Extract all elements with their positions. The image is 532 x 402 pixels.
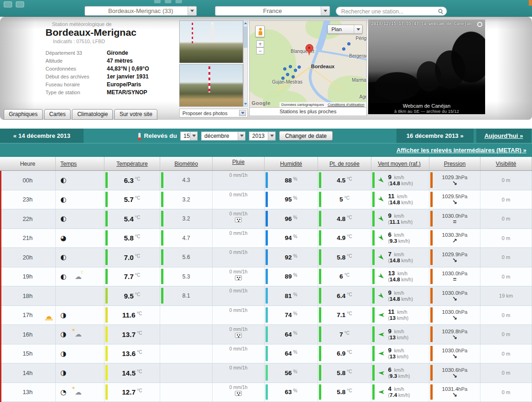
next-day-link[interactable]: 16 décembre 2013 » (396, 129, 474, 143)
chevron-down-icon[interactable] (188, 6, 196, 15)
map-type-button[interactable]: Plan (327, 25, 363, 34)
station-marker-icon[interactable] (289, 65, 292, 68)
station-marker-icon[interactable] (347, 42, 350, 45)
propose-photos-button[interactable]: Proposer des photos (179, 109, 248, 117)
rain-rate-value: 0 mm/1h (229, 308, 247, 313)
tab-sur-votre-site[interactable]: Sur votre site (114, 109, 157, 120)
country-select[interactable]: France (215, 6, 330, 16)
station-marker-icon[interactable] (298, 65, 301, 69)
change-date-button[interactable]: Changer de date (279, 131, 332, 141)
hour-cell[interactable]: 20h (0, 248, 56, 267)
hour-cell[interactable]: 00h (0, 171, 56, 190)
map[interactable]: + − Plan Google Données cartographiques … (249, 20, 367, 117)
hour-cell[interactable]: 22h (0, 209, 56, 229)
scroll-down-icon[interactable] (244, 102, 247, 106)
visibility-cell: 0 m (480, 209, 532, 229)
rain-gauge-icon[interactable] (235, 275, 242, 280)
chevron-down-icon[interactable] (321, 6, 330, 15)
hour-cell[interactable]: 13h (0, 383, 56, 402)
scrollbar-thumb[interactable] (244, 26, 247, 48)
rain-rate-value: 0 mm/1h (229, 365, 247, 370)
webcam-image[interactable]: 2013/12/15 17:55:47 la webcam de Canejan (368, 19, 485, 103)
humidity-cell: 96% (265, 209, 318, 229)
col-header-rosee[interactable]: Pt. de rosée (318, 157, 371, 170)
visibility-cell: 0 m (480, 363, 532, 383)
scroll-up-icon[interactable] (244, 21, 247, 26)
tab-graphiques[interactable]: Graphiques (4, 109, 43, 120)
topbar-icon[interactable] (4, 1, 12, 7)
col-header-temp[interactable]: Température (104, 157, 160, 170)
col-header-vis[interactable]: Visibilité (480, 157, 532, 170)
chevron-down-icon[interactable] (239, 110, 246, 116)
visibility-cell: 0 m (480, 325, 532, 344)
today-link[interactable]: Aujourd'hui » (476, 129, 531, 143)
search-input[interactable]: Rechercher une station... (336, 6, 447, 16)
pressure-value: 1030.6 (442, 367, 458, 373)
hour-cell[interactable]: 21h (0, 229, 56, 248)
wind-speed-unit: km/h (393, 233, 404, 238)
hour-cell[interactable]: 17h (0, 306, 56, 325)
map-canvas[interactable]: + − Plan Google Données cartographiques … (249, 20, 367, 108)
pegman-icon[interactable] (255, 26, 265, 37)
dewpoint-scale-bar (319, 211, 321, 227)
station-marker-icon[interactable] (342, 47, 345, 51)
station-photo[interactable] (179, 64, 243, 107)
station-select[interactable]: Bordeaux-Merignac (33) (84, 6, 197, 16)
rain-gauge-icon[interactable] (235, 333, 242, 338)
col-header-bio[interactable]: Biométéo (160, 157, 213, 170)
search-placeholder: Rechercher une station... (341, 8, 403, 15)
search-icon[interactable] (438, 9, 442, 13)
photos-scrollbar[interactable] (243, 20, 248, 107)
day-select-value: 15 (183, 133, 189, 139)
rain-gauge-icon[interactable] (235, 217, 242, 222)
col-header-temps[interactable]: Temps (56, 157, 104, 170)
webcam[interactable]: 2013/12/15 17:55:47 la webcam de Canejan… (368, 19, 485, 114)
station-marker-icon[interactable] (281, 77, 285, 80)
zoom-in-button[interactable]: + (256, 40, 264, 47)
map-terms-link[interactable]: Conditions d'utilisation (328, 103, 364, 107)
metar-link[interactable]: Afficher les relevés intermédiaires (MET… (396, 143, 526, 157)
hour-cell[interactable]: 23h (0, 190, 56, 210)
biometeo-scale-bar (161, 249, 163, 265)
temperature-scale-bar (105, 288, 108, 304)
dewpoint-scale-bar (319, 346, 321, 362)
humidity-cell: 88% (265, 171, 318, 190)
moon-first-quarter-icon: ◐ (60, 272, 66, 281)
chevron-down-icon[interactable] (190, 132, 197, 140)
wind-direction-icon (378, 196, 385, 203)
temperature-unit: °C (135, 234, 140, 239)
topbar-icon[interactable] (16, 1, 24, 7)
zoom-out-button[interactable]: − (256, 47, 264, 54)
chevron-down-icon[interactable] (268, 132, 275, 140)
day-select[interactable]: 15 (180, 131, 198, 141)
station-marker-icon[interactable] (294, 69, 297, 72)
hour-cell[interactable]: 14h (0, 363, 56, 383)
tab-climatologie[interactable]: Climatologie (72, 109, 113, 120)
station-marker-icon[interactable] (283, 67, 286, 71)
chevron-down-icon[interactable] (354, 25, 362, 33)
hour-cell[interactable]: 15h (0, 344, 56, 364)
station-marker-icon[interactable] (292, 75, 295, 78)
rain-gauge-icon[interactable] (235, 391, 242, 396)
col-header-pres[interactable]: Pression (429, 157, 480, 170)
webcam-expand-icon[interactable] (477, 22, 482, 27)
date-picker: Relevés du 15 décembre 2013 Changer de d… (138, 129, 333, 143)
station-photo[interactable] (179, 20, 243, 63)
prev-day-link[interactable]: « 14 décembre 2013 (0, 129, 84, 143)
station-marker-icon[interactable] (286, 73, 289, 76)
col-header-pluie[interactable]: Pluie (213, 157, 265, 170)
dewpoint-unit: °C (344, 195, 350, 201)
col-header-hum[interactable]: Humidité (265, 157, 318, 170)
hour-cell[interactable]: 16h (0, 325, 56, 344)
month-select[interactable]: décembre (201, 131, 246, 141)
chevron-down-icon[interactable] (238, 132, 245, 140)
year-select[interactable]: 2013 (249, 131, 276, 141)
hour-cell[interactable]: 19h (0, 267, 56, 287)
pressure-unit: hPa (458, 386, 467, 392)
nearest-stations-caption[interactable]: Stations les plus proches (249, 108, 367, 116)
hour-cell[interactable]: 18h (0, 286, 56, 306)
map-pin-icon[interactable] (305, 44, 313, 52)
pressure-trend-icon: ↗ (452, 238, 457, 244)
col-header-vent[interactable]: Vent moyen (raf.) (371, 157, 429, 170)
tab-cartes[interactable]: Cartes (44, 109, 71, 120)
